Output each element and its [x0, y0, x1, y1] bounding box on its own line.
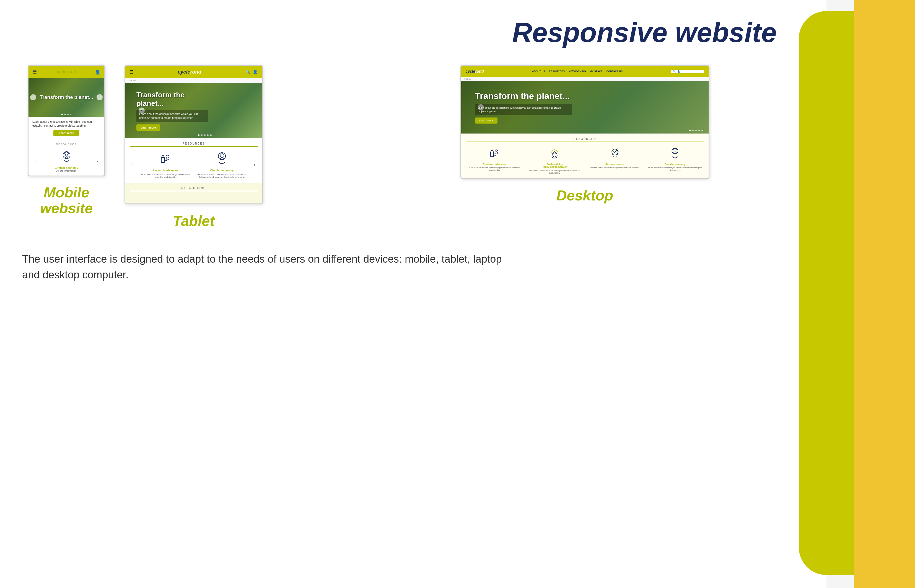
tablet-networking-title: NETWORKING — [130, 187, 257, 191]
tablet-hero-title: Transform the planet... — [136, 90, 208, 108]
tablet-resource-desc-0: More than 150 articles on technological … — [139, 173, 192, 179]
desktop-resource-research: Research advances More than 150 articles… — [466, 146, 524, 171]
success-stories-icon-desktop — [607, 146, 622, 161]
research-advances-icon — [157, 151, 174, 167]
desktop-resource-success: Success stories Success stories classifi… — [586, 146, 644, 169]
tablet-learn-more-button[interactable]: Learn more — [136, 124, 160, 131]
mobile-learn-more-button[interactable]: Learn more — [53, 130, 79, 136]
tablet-resource-desc-1: All the information necessary to create … — [195, 173, 249, 179]
nav-resources[interactable]: RESOURCES — [549, 70, 565, 73]
mobile-resource-title: Circular economy — [55, 166, 78, 170]
mobile-hero: ‹ › Transform the planet... — [29, 78, 104, 117]
mobile-nav: ☰ cyclerond 👤 — [29, 66, 104, 78]
tablet-nav: ☰ cyclerond 🔍 👤 — [125, 66, 262, 78]
desktop-learn-more-button[interactable]: Learn more — [475, 118, 497, 124]
desktop-nav: cyclerond ABOUT US RESOURCES NETWORKING … — [461, 66, 709, 77]
desktop-label: Desktop — [556, 187, 613, 204]
nav-contact[interactable]: CONTACT US — [606, 70, 622, 73]
mobile-label: Mobilewebsite — [40, 185, 93, 216]
desktop-breadcrumb: Home/ — [461, 77, 709, 81]
desktop-resource-title-1: Sustainabilitytoday and tomorrow — [543, 163, 567, 168]
tablet-resource-prev[interactable]: ‹ — [130, 162, 136, 168]
desktop-hero-title: Transform the planet... — [475, 91, 572, 101]
tablet-search-icon: 🔍 — [245, 69, 250, 74]
tablet-brand: cyclerond — [178, 69, 201, 75]
mobile-resources-title: RESOURCES — [32, 143, 100, 147]
mobile-container: ☰ cyclerond 👤 ‹ › Transform the planet..… — [22, 65, 111, 216]
svg-point-1 — [65, 154, 68, 157]
tablet-hamburger-icon: ☰ — [130, 69, 134, 74]
page-title: Responsive website — [22, 16, 893, 48]
user-icon: 👤 — [95, 69, 100, 74]
mobile-resource-next[interactable]: › — [94, 158, 100, 165]
mobile-hero-next[interactable]: › — [97, 94, 103, 100]
svg-point-14 — [672, 148, 678, 154]
mobile-screen: ☰ cyclerond 👤 ‹ › Transform the planet..… — [28, 65, 105, 176]
tablet-resource-next[interactable]: › — [251, 162, 257, 168]
nav-about[interactable]: ABOUT US — [532, 70, 545, 73]
svg-point-3 — [166, 157, 169, 160]
bottom-description: The user interface is designed to adapt … — [22, 251, 631, 283]
mobile-brand: cyclerond — [55, 69, 76, 74]
mobile-resource-item: ‹ › Cir — [32, 150, 100, 172]
svg-point-15 — [674, 150, 676, 152]
desktop-resource-desc-2: Success stories classified by type of su… — [590, 166, 640, 169]
devices-row: ☰ cyclerond 👤 ‹ › Transform the planet..… — [22, 65, 893, 229]
desktop-hero: ‹ › Transform the planet... Learn about … — [461, 81, 709, 134]
svg-point-4 — [218, 153, 225, 160]
hamburger-icon: ☰ — [32, 69, 37, 75]
tablet-networking: NETWORKING — [125, 183, 262, 204]
tablet-hero-desc: Learn about the associations with which … — [136, 110, 208, 122]
svg-point-0 — [63, 152, 70, 159]
desktop-resource-title-0: Research advances — [483, 163, 506, 166]
desktop-resource-circular: Circular economy All the information nec… — [646, 146, 704, 171]
tablet-screen: ☰ cyclerond 🔍 👤 Home/ ‹ › — [125, 65, 263, 204]
desktop-resources-title: RESOURCES — [466, 137, 704, 142]
tablet-resource-circular: Circular economy All the information nec… — [195, 151, 249, 179]
mobile-hero-desc: Learn about the associations with which … — [32, 120, 100, 128]
desktop-resource-desc-3: All the information necessary to create … — [646, 166, 704, 171]
mobile-resources: RESOURCES ‹ › — [29, 143, 104, 176]
svg-line-12 — [612, 149, 613, 149]
tablet-resource-research: Research advances More than 150 articles… — [139, 151, 192, 179]
sustainability-icon-desktop — [547, 146, 562, 161]
desktop-brand: cyclerond — [466, 69, 484, 74]
mobile-body: Learn about the associations with which … — [29, 117, 104, 143]
desktop-resource-desc-0: More than 150 articles on technological … — [466, 166, 524, 171]
mobile-hero-prev[interactable]: ‹ — [30, 94, 36, 100]
mobile-resource-subtitle: All the information — [57, 170, 76, 172]
desktop-resource-title-3: Circular economy — [665, 163, 686, 166]
desktop-resource-desc-1: More than 150 articles on technological … — [526, 169, 584, 174]
svg-rect-2 — [161, 158, 165, 163]
svg-point-7 — [495, 152, 497, 154]
tablet-resources-title: RESOURCES — [130, 142, 257, 147]
desktop-resources: RESOURCES — [461, 134, 709, 178]
tablet-hero: ‹ › Transform the planet... Learn about … — [125, 83, 262, 138]
tablet-label: Tablet — [173, 213, 214, 229]
mobile-resource-prev[interactable]: ‹ — [32, 158, 39, 165]
tablet-breadcrumb: Home/ — [125, 78, 262, 83]
tablet-user-icon: 👤 — [253, 69, 257, 74]
desktop-resource-sustainability: Sustainabilitytoday and tomorrow More th… — [526, 146, 584, 174]
desktop-screen: cyclerond ABOUT US RESOURCES NETWORKING … — [460, 65, 709, 179]
circular-economy-icon-desktop — [667, 146, 683, 161]
desktop-user-icon: 👤 — [677, 70, 680, 73]
tablet-resources: RESOURCES ‹ — [125, 138, 262, 183]
desktop-nav-links: ABOUT US RESOURCES NETWORKING MY SPACE C… — [532, 70, 622, 73]
desktop-search-icon: 🔍 — [673, 70, 676, 73]
tablet-resource-title-0: Research advances — [152, 169, 178, 172]
desktop-hero-desc: Learn about the associations with which … — [475, 104, 572, 115]
svg-point-5 — [220, 155, 223, 158]
tablet-resource-title-1: Circular economy — [210, 169, 233, 172]
mobile-hero-text: Transform the planet... — [40, 95, 93, 100]
desktop-container: cyclerond ABOUT US RESOURCES NETWORKING … — [277, 65, 893, 204]
desktop-resource-title-2: Success stories — [606, 163, 625, 166]
circular-economy-icon-tablet — [214, 151, 230, 167]
svg-rect-6 — [491, 152, 494, 157]
tablet-container: ☰ cyclerond 🔍 👤 Home/ ‹ › — [122, 65, 266, 229]
nav-myspace[interactable]: MY SPACE — [590, 70, 602, 73]
nav-networking[interactable]: NETWORKING — [568, 70, 586, 73]
research-advances-icon-desktop — [487, 146, 502, 161]
desktop-nav-search: 🔍 👤 — [671, 69, 704, 73]
svg-line-10 — [617, 149, 618, 149]
